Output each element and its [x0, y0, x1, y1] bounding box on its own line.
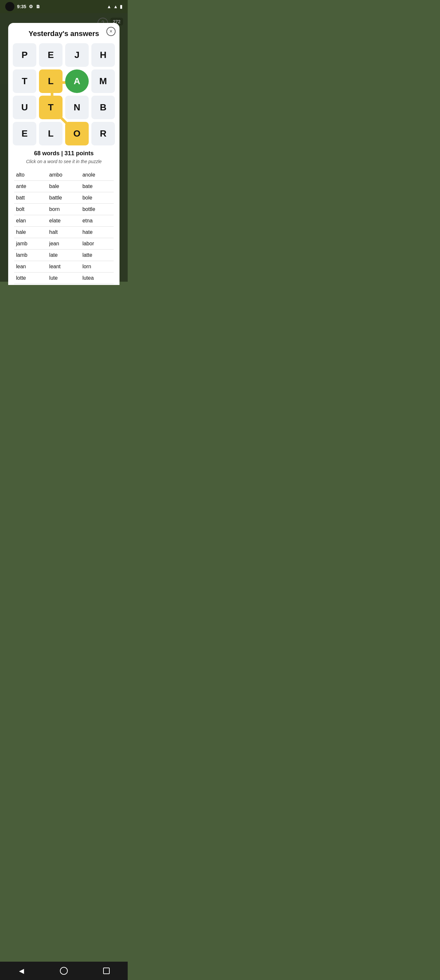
word-item[interactable]: bolt — [14, 204, 47, 215]
status-left: 9:35 ⚙ 🗎 — [5, 2, 40, 11]
grid-cell-M[interactable]: M — [91, 70, 115, 93]
word-item[interactable]: hate — [81, 227, 114, 238]
status-right: ▲ ▲ ▮ — [107, 4, 122, 9]
word-item[interactable]: bottle — [81, 204, 114, 215]
grid-cell-L2[interactable]: L — [39, 122, 62, 145]
word-item[interactable]: ambo — [47, 169, 80, 181]
word-item[interactable]: anole — [81, 169, 114, 181]
status-bar: 9:35 ⚙ 🗎 ▲ ▲ ▮ — [0, 0, 128, 13]
word-item[interactable]: latte — [81, 250, 114, 261]
grid-cell-P[interactable]: P — [13, 43, 37, 67]
word-item[interactable]: elan — [14, 215, 47, 227]
word-item[interactable]: lean — [14, 261, 47, 272]
grid-cell-L1[interactable]: L — [39, 70, 62, 93]
modal-overlay: × Yesterday's answers — [0, 13, 128, 282]
status-screenshot-icon: 🗎 — [36, 4, 40, 9]
modal-title: Yesterday's answers — [14, 29, 114, 38]
word-item[interactable]: late — [47, 250, 80, 261]
word-item[interactable]: jean — [47, 238, 80, 250]
grid-cell-R[interactable]: R — [91, 122, 115, 145]
modal-close-button[interactable]: × — [106, 27, 116, 36]
word-item[interactable]: leant — [47, 261, 80, 272]
status-time: 9:35 — [17, 4, 26, 9]
word-item[interactable]: jamb — [14, 238, 47, 250]
grid-cell-O[interactable]: O — [65, 122, 89, 145]
grid-cell-T2[interactable]: T — [39, 95, 62, 119]
modal-stats: 68 words | 311 points — [14, 150, 114, 157]
word-item[interactable]: etna — [81, 215, 114, 227]
grid-cell-U[interactable]: U — [13, 95, 37, 119]
battery-icon: ▮ — [120, 4, 122, 9]
word-item[interactable]: ante — [14, 181, 47, 192]
modal-hint: Click on a word to see it in the puzzle — [14, 159, 114, 164]
word-item[interactable]: bate — [81, 181, 114, 192]
word-item[interactable]: bale — [47, 181, 80, 192]
word-item[interactable]: lute — [47, 272, 80, 284]
word-item[interactable]: batt — [14, 192, 47, 204]
close-icon: × — [110, 29, 112, 34]
word-item[interactable]: alto — [14, 169, 47, 181]
word-item[interactable]: malt — [81, 284, 114, 285]
word-item[interactable]: lutea — [81, 272, 114, 284]
grid-cell-E2[interactable]: E — [13, 122, 37, 145]
word-item[interactable]: hale — [14, 227, 47, 238]
grid-cell-H[interactable]: H — [91, 43, 115, 67]
grid-cell-T1[interactable]: T — [13, 70, 37, 93]
word-item[interactable]: born — [47, 204, 80, 215]
grid-cell-B[interactable]: B — [91, 95, 115, 119]
app-background: ? 272 × Yesterday's answers — [0, 13, 128, 282]
word-item[interactable]: battle — [47, 192, 80, 204]
letter-grid: P E J H T L A M U T N B E L O R — [14, 43, 114, 145]
word-item[interactable]: bole — [81, 192, 114, 204]
status-circle — [5, 2, 14, 11]
word-list: altoamboanoleantebalebatebattbattleboleb… — [14, 169, 114, 285]
grid-cell-A[interactable]: A — [65, 70, 89, 93]
grid-cell-E[interactable]: E — [39, 43, 62, 67]
word-item[interactable]: halt — [47, 227, 80, 238]
grid-cell-N[interactable]: N — [65, 95, 89, 119]
wifi-icon: ▲ — [107, 4, 111, 9]
word-item[interactable]: lorn — [81, 261, 114, 272]
status-settings-icon: ⚙ — [29, 4, 33, 9]
grid-cell-J[interactable]: J — [65, 43, 89, 67]
signal-icon: ▲ — [113, 4, 118, 9]
word-item[interactable]: labor — [81, 238, 114, 250]
word-item[interactable]: male — [47, 284, 80, 285]
word-item[interactable]: lamb — [14, 250, 47, 261]
answers-modal: × Yesterday's answers — [8, 23, 119, 285]
word-item[interactable]: lotte — [14, 272, 47, 284]
word-item[interactable]: elate — [47, 215, 80, 227]
word-item[interactable]: luteal — [14, 284, 47, 285]
